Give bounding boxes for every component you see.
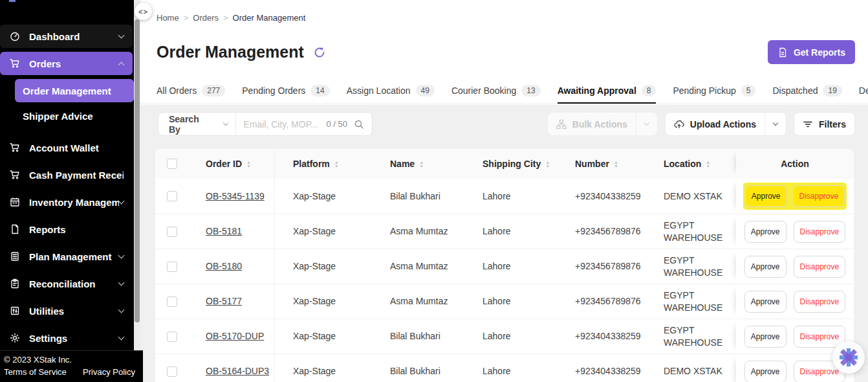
approve-button[interactable]: Approve bbox=[744, 361, 787, 382]
search-icon[interactable] bbox=[354, 119, 364, 129]
privacy-policy-link[interactable]: Privacy Policy bbox=[83, 367, 135, 377]
number-cell: +923456789876 bbox=[557, 249, 646, 284]
bulk-actions-dropdown[interactable] bbox=[636, 113, 657, 135]
city-cell: Lahore bbox=[464, 354, 557, 382]
sidebar-menu: Dashboard Orders Order Management Shippe… bbox=[0, 25, 134, 354]
search-input[interactable] bbox=[235, 119, 326, 129]
sort-carets-icon[interactable]: ▲▼ bbox=[334, 161, 339, 168]
sidebar-item-plan-management[interactable]: Plan Management bbox=[0, 245, 133, 268]
row-checkbox[interactable] bbox=[167, 366, 177, 377]
sort-carets-icon[interactable]: ▲▼ bbox=[614, 161, 618, 168]
header-platform[interactable]: Platform ▲▼ bbox=[275, 149, 372, 179]
header-number[interactable]: Number ▲▼ bbox=[557, 149, 646, 179]
scrollbar-thumb[interactable] bbox=[135, 19, 140, 322]
sort-carets-icon[interactable]: ▲▼ bbox=[246, 161, 251, 168]
sidebar-item-reconciliation[interactable]: Reconciliation bbox=[0, 272, 133, 295]
upload-actions-dropdown[interactable] bbox=[765, 113, 786, 135]
sort-carets-icon[interactable]: ▲▼ bbox=[419, 161, 424, 168]
bulk-actions-button[interactable]: Bulk Actions bbox=[547, 112, 658, 136]
sidebar-item-orders[interactable]: Orders bbox=[0, 52, 133, 75]
table-row: OB-5177 Xap-Stage Asma Mumtaz Lahore +92… bbox=[155, 284, 854, 319]
disapprove-button[interactable]: Disapprove bbox=[794, 256, 846, 278]
city-cell: Lahore bbox=[464, 319, 557, 354]
bulk-actions-label: Bulk Actions bbox=[572, 119, 627, 129]
sidebar-item-label: Orders bbox=[29, 58, 119, 69]
approve-button[interactable]: Approve bbox=[745, 185, 787, 207]
gauge-icon bbox=[9, 31, 20, 42]
highlighted-actions: Approve Disapprove bbox=[743, 183, 847, 210]
order-id-link[interactable]: OB-5164-DUP3 bbox=[206, 365, 269, 377]
filters-button[interactable]: Filters bbox=[794, 112, 855, 136]
sidebar-item-settings[interactable]: Settings bbox=[0, 326, 133, 350]
tab-count-badge: 14 bbox=[310, 85, 329, 96]
header-order-id[interactable]: Order ID ▲▼ bbox=[194, 149, 275, 179]
order-id-link[interactable]: OB-5177 bbox=[206, 295, 242, 307]
sidebar-item-label: Dashboard bbox=[29, 31, 119, 42]
row-checkbox[interactable] bbox=[167, 331, 177, 342]
row-checkbox[interactable] bbox=[167, 262, 177, 272]
platform-cell: Xap-Stage bbox=[275, 319, 372, 354]
tab-dispatched[interactable]: Dispatched 19 bbox=[772, 79, 841, 104]
tab-pending-pickup[interactable]: Pending Pickup 5 bbox=[673, 79, 755, 104]
chevron-down-icon bbox=[118, 197, 125, 204]
tab-assign-location[interactable]: Assign Location 49 bbox=[347, 79, 435, 104]
disapprove-button[interactable]: Disapprove bbox=[794, 221, 846, 243]
tab-count-badge: 5 bbox=[741, 85, 756, 96]
select-all-checkbox[interactable] bbox=[167, 159, 177, 169]
file-icon bbox=[9, 224, 20, 235]
terms-of-service-link[interactable]: Terms of Service bbox=[4, 367, 67, 377]
search-by-select[interactable]: Search By bbox=[158, 113, 235, 135]
disapprove-button[interactable]: Disapprove bbox=[794, 326, 846, 348]
approve-button[interactable]: Approve bbox=[744, 256, 787, 278]
disapprove-button[interactable]: Disapprove bbox=[793, 185, 845, 207]
get-reports-button[interactable]: Get Reports bbox=[768, 40, 855, 64]
sidebar-item-inventory-management[interactable]: Inventory Managem... bbox=[0, 190, 133, 214]
approve-button[interactable]: Approve bbox=[744, 291, 787, 313]
tab-pending-orders[interactable]: Pending Orders 14 bbox=[242, 79, 329, 104]
order-id-link[interactable]: OB-5181 bbox=[206, 225, 242, 237]
sidebar-item-cash-payment-receipt[interactable]: Cash Payment Receipt ... bbox=[0, 163, 133, 186]
row-checkbox[interactable] bbox=[167, 191, 177, 201]
action-cell: Approve Disapprove bbox=[736, 179, 854, 214]
sidebar-item-utilities[interactable]: Utilities bbox=[0, 299, 133, 322]
approve-button[interactable]: Approve bbox=[744, 221, 787, 243]
sidebar-item-label: Inventory Managem... bbox=[29, 197, 119, 208]
cart-icon bbox=[9, 142, 20, 153]
header-location[interactable]: Location ▲▼ bbox=[646, 149, 736, 179]
extension-badge[interactable] bbox=[832, 341, 865, 374]
sort-carets-icon[interactable]: ▲▼ bbox=[706, 161, 710, 168]
sidebar-subitem-shipper-advice[interactable]: Shipper Advice bbox=[15, 106, 134, 126]
sidebar-collapse-toggle[interactable]: <> bbox=[135, 3, 152, 20]
row-checkbox[interactable] bbox=[167, 297, 177, 307]
disapprove-button[interactable]: Disapprove bbox=[794, 291, 846, 313]
tab-label: Pending Orders bbox=[242, 85, 305, 96]
sidebar-subitem-order-management[interactable]: Order Management bbox=[15, 79, 134, 102]
tab-delivered[interactable]: Delivered 3 bbox=[859, 79, 868, 104]
row-checkbox[interactable] bbox=[167, 227, 177, 237]
tab-awaiting-approval[interactable]: Awaiting Approval 8 bbox=[558, 79, 656, 104]
order-id-link[interactable]: OB-5345-1139 bbox=[206, 190, 265, 202]
name-cell: Bilal Bukhari bbox=[372, 179, 464, 214]
order-id-link[interactable]: OB-5170-DUP bbox=[206, 330, 264, 342]
breadcrumb-orders[interactable]: Orders bbox=[193, 13, 219, 23]
tab-courier-booking[interactable]: Courier Booking 13 bbox=[451, 79, 541, 104]
sort-carets-icon[interactable]: ▲▼ bbox=[545, 161, 550, 168]
number-cell: +923404338259 bbox=[557, 179, 646, 214]
order-id-link[interactable]: OB-5180 bbox=[206, 260, 242, 272]
sidebar-item-account-wallet[interactable]: Account Wallet bbox=[0, 136, 133, 159]
tab-all-orders[interactable]: All Orders 277 bbox=[157, 79, 225, 104]
tab-label: Assign Location bbox=[347, 85, 411, 96]
name-cell: Asma Mumtaz bbox=[372, 214, 464, 249]
sidebar-scrollbar[interactable] bbox=[134, 0, 140, 350]
header-shipping-city[interactable]: Shipping City ▲▼ bbox=[464, 149, 557, 179]
header-name[interactable]: Name ▲▼ bbox=[372, 149, 464, 179]
filter-icon bbox=[803, 119, 813, 129]
sidebar-item-dashboard[interactable]: Dashboard bbox=[0, 25, 133, 48]
breadcrumb-home[interactable]: Home bbox=[157, 13, 179, 23]
approve-button[interactable]: Approve bbox=[744, 326, 787, 348]
refresh-icon[interactable] bbox=[313, 46, 326, 59]
location-cell: DEMO XSTAK bbox=[646, 179, 736, 214]
action-cell: Approve Disapprove bbox=[736, 284, 854, 319]
upload-actions-button[interactable]: Upload Actions bbox=[665, 112, 787, 136]
sidebar-item-reports[interactable]: Reports bbox=[0, 218, 133, 241]
